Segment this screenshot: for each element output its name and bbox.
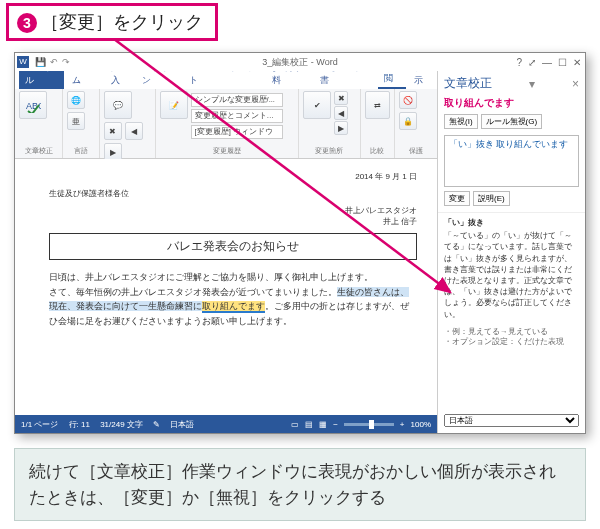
doc-addressee: 生徒及び保護者様各位 [49, 188, 417, 199]
zoom-in-icon[interactable]: + [400, 420, 405, 429]
status-proof-icon[interactable]: ✎ [153, 420, 160, 429]
ribbon-options-icon[interactable]: ⤢ [528, 57, 536, 68]
zoom-out-icon[interactable]: − [333, 420, 338, 429]
word-window: W 💾 ↶ ↷ 3_編集校正 - Word ? ⤢ — ☐ ✕ ファイル ホーム… [14, 52, 586, 434]
qat-undo-icon[interactable]: ↶ [50, 57, 58, 67]
view-read-icon[interactable]: ▭ [291, 420, 299, 429]
language-icon[interactable]: 亜 [67, 112, 85, 130]
doc-date: 2014 年 9 月 1 日 [49, 171, 417, 182]
pane-language: 日本語 [438, 408, 585, 433]
status-line[interactable]: 行: 11 [69, 420, 90, 429]
callout-text: ［変更］をクリック [41, 12, 203, 32]
group-label-compare: 比較 [365, 146, 390, 156]
title-bar: W 💾 ↶ ↷ 3_編集校正 - Word ? ⤢ — ☐ ✕ [15, 53, 585, 71]
qat-redo-icon[interactable]: ↷ [62, 57, 70, 67]
maximize-icon[interactable]: ☐ [558, 57, 567, 68]
callout-number: 3 [17, 13, 37, 33]
help-icon[interactable]: ? [516, 57, 522, 68]
ribbon-group-protect: 🚫 🔒 保護 [395, 89, 437, 158]
status-chars[interactable]: 31/249 文字 [100, 420, 143, 429]
zoom-slider[interactable] [344, 423, 394, 426]
rule-description: 「い」抜き 「～ている」の「い」が抜けて「～てる」になっています。話し言葉では「… [438, 212, 585, 324]
group-label-changes: 変更箇所 [303, 146, 356, 156]
window-title: 3_編集校正 - Word [262, 56, 337, 69]
close-icon[interactable]: ✕ [573, 57, 581, 68]
status-page[interactable]: 1/1 ページ [21, 420, 58, 429]
ribbon: ABC 文章校正 🌐 亜 言語 💬 ✖ ◀ ▶ [15, 89, 437, 159]
suggestion-item[interactable]: 「い」抜き 取り組んでいます [449, 139, 568, 149]
rule-title: 「い」抜き [444, 217, 579, 228]
grammar-pane: 文章校正 ▾ × 取り組んでます 無視(I) ルール無視(G) 「い」抜き 取り… [437, 71, 585, 433]
ribbon-group-tracking: 📝 シンプルな変更履歴/... 変更履歴とコメントの表示 [変更履歴] ウィンド… [156, 89, 300, 158]
zoom-level[interactable]: 100% [411, 420, 431, 429]
ribbon-group-changes: ✔ ✖ ◀ ▶ 変更箇所 [299, 89, 361, 158]
pane-ignore-row: 無視(I) ルール無視(G) [438, 114, 585, 129]
pane-title: 文章校正 [444, 75, 492, 92]
document-area[interactable]: 2014 年 9 月 1 日 生徒及び保護者様各位 井上バレエスタジオ 井上 信… [15, 159, 437, 415]
minimize-icon[interactable]: — [542, 57, 552, 68]
qat-save-icon[interactable]: 💾 [35, 57, 46, 67]
new-comment-icon[interactable]: 💬 [104, 91, 132, 119]
doc-p2: さて、毎年恒例の井上バレエスタジオ発表会が近づいてまいりました。生徒の皆さんは、… [49, 285, 417, 328]
pane-error-text: 取り組んでます [438, 96, 585, 114]
accept-icon[interactable]: ✔ [303, 91, 331, 119]
ribbon-group-compare: ⇄ 比較 [361, 89, 395, 158]
view-web-icon[interactable]: ▦ [319, 420, 327, 429]
ribbon-group-language: 🌐 亜 言語 [63, 89, 100, 158]
spellcheck-icon[interactable]: ABC [19, 91, 47, 119]
suggestion-list[interactable]: 「い」抜き 取り組んでいます [444, 135, 579, 187]
instruction-box: 続けて［文章校正］作業ウィンドウに表現がおかしい個所が表示されたときは、［変更］… [14, 448, 586, 521]
word-icon: W [17, 56, 29, 68]
ribbon-group-proofing: ABC 文章校正 [15, 89, 63, 158]
next-change-icon[interactable]: ▶ [334, 121, 348, 135]
translate-icon[interactable]: 🌐 [67, 91, 85, 109]
ribbon-tabs: ファイル ホーム 挿入 デザイン ページ レイアウト 参考資料 差し込み文書 校… [15, 71, 437, 89]
block-authors-icon[interactable]: 🚫 [399, 91, 417, 109]
pane-close-icon[interactable]: × [572, 77, 579, 91]
doc-p1: 日頃は、井上バレエスタジオにご理解とご協力を賜り、厚く御礼申し上げます。 [49, 270, 417, 284]
prev-comment-icon[interactable]: ◀ [125, 122, 143, 140]
group-label-language: 言語 [67, 146, 95, 156]
ignore-button[interactable]: 無視(I) [444, 114, 478, 129]
view-print-icon[interactable]: ▤ [305, 420, 313, 429]
display-for-review-dropdown[interactable]: シンプルな変更履歴/... [191, 93, 283, 107]
explain-button[interactable]: 説明(E) [473, 191, 510, 206]
rule-examples: ・例：見えてる→見えている ・オプション設定：くだけた表現 [438, 324, 585, 351]
status-right: ▭ ▤ ▦ − + 100% [291, 420, 431, 429]
status-bar: 1/1 ページ 行: 11 31/249 文字 ✎ 日本語 ▭ ▤ ▦ − + … [15, 415, 437, 433]
track-changes-icon[interactable]: 📝 [160, 91, 188, 119]
reviewing-pane-dropdown[interactable]: [変更履歴] ウィンドウ [191, 125, 283, 139]
doc-title: バレエ発表会のお知らせ [49, 233, 417, 260]
prev-change-icon[interactable]: ◀ [334, 106, 348, 120]
window-controls: ? ⤢ — ☐ ✕ [516, 57, 581, 68]
group-label-protect: 保護 [399, 146, 433, 156]
status-left: 1/1 ページ 行: 11 31/249 文字 ✎ 日本語 [21, 419, 194, 430]
callout-step-3: 3［変更］をクリック [6, 3, 218, 41]
doc-from: 井上バレエスタジオ 井上 信子 [49, 205, 417, 227]
language-select[interactable]: 日本語 [444, 414, 579, 427]
reject-icon[interactable]: ✖ [334, 91, 348, 105]
status-lang[interactable]: 日本語 [170, 420, 194, 429]
change-button[interactable]: 変更 [444, 191, 470, 206]
group-label-tracking: 変更履歴 [160, 146, 295, 156]
group-label-proofing: 文章校正 [19, 146, 58, 156]
ribbon-group-comments: 💬 ✖ ◀ ▶ コメント [100, 89, 156, 158]
ignore-rule-button[interactable]: ルール無視(G) [481, 114, 543, 129]
show-markup-dropdown[interactable]: 変更履歴とコメントの表示 [191, 109, 283, 123]
app-icon-area: W [17, 56, 29, 68]
quick-access-toolbar[interactable]: 💾 ↶ ↷ [35, 57, 70, 67]
restrict-editing-icon[interactable]: 🔒 [399, 112, 417, 130]
pane-header: 文章校正 ▾ × [438, 71, 585, 96]
pane-dropdown-icon[interactable]: ▾ [529, 77, 535, 91]
grammar-error: 取り組んでます [202, 301, 265, 313]
pane-action-row: 変更 説明(E) [438, 191, 585, 212]
compare-icon[interactable]: ⇄ [365, 91, 390, 119]
doc-body: 日頃は、井上バレエスタジオにご理解とご協力を賜り、厚く御礼申し上げます。 さて、… [49, 270, 417, 328]
delete-comment-icon[interactable]: ✖ [104, 122, 122, 140]
rule-body: 「～ている」の「い」が抜けて「～てる」になっています。話し言葉では「い」抜きが多… [444, 230, 579, 320]
